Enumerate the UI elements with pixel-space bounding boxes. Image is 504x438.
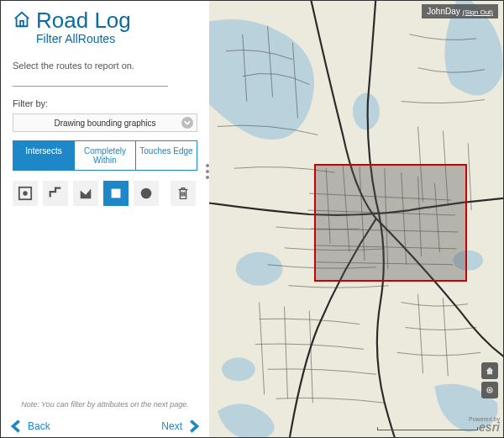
svg-point-2 (23, 191, 27, 195)
instruction-text: Select the routes to report on. (13, 61, 197, 71)
draw-circle-button[interactable] (134, 181, 159, 206)
map-canvas[interactable]: JohnDay (Sign Out) Powered by esri (209, 1, 503, 437)
next-label: Next (161, 420, 182, 432)
svg-point-8 (353, 93, 380, 130)
back-button[interactable]: Back (9, 419, 50, 434)
page-subtitle: Filter AllRoutes (36, 32, 197, 45)
delete-button[interactable] (171, 181, 196, 206)
panel-resize-handle[interactable] (206, 164, 209, 179)
home-icon[interactable] (13, 10, 31, 32)
svg-point-4 (141, 188, 152, 199)
user-name: JohnDay (427, 7, 459, 16)
filter-dropdown[interactable]: Drawing bounding graphics (13, 113, 197, 132)
filter-by-label: Filter by: (13, 98, 197, 108)
sign-out-link[interactable]: (Sign Out) (463, 8, 493, 16)
svg-rect-3 (112, 189, 121, 198)
svg-point-6 (236, 252, 283, 286)
note-text: Note: You can filter by attributes on th… (1, 400, 209, 409)
draw-polygon-button[interactable] (73, 181, 98, 206)
bounding-rectangle[interactable] (314, 164, 467, 282)
chevron-down-icon (181, 117, 193, 129)
tab-intersects[interactable]: Intersects (13, 141, 75, 170)
draw-polyline-button[interactable] (43, 181, 68, 206)
next-button[interactable]: Next (161, 419, 201, 434)
tab-completely-within[interactable]: Completely Within (75, 141, 136, 170)
scale-bar (377, 427, 478, 430)
page-title: Road Log (36, 8, 131, 34)
svg-rect-0 (20, 20, 24, 25)
draw-point-button[interactable] (13, 181, 38, 206)
draw-rectangle-button[interactable] (103, 181, 129, 206)
user-badge: JohnDay (Sign Out) (422, 4, 498, 18)
spatial-relation-tabs: Intersects Completely Within Touches Edg… (13, 140, 197, 171)
filter-dropdown-value: Drawing bounding graphics (54, 119, 155, 128)
sidebar-panel: Road Log Filter AllRoutes Select the rou… (1, 1, 209, 437)
back-label: Back (28, 420, 50, 432)
svg-point-11 (489, 389, 491, 391)
tab-touches-edge[interactable]: Touches Edge (136, 141, 197, 170)
svg-point-7 (222, 357, 255, 381)
input-underline[interactable] (13, 86, 168, 87)
map-home-button[interactable] (481, 362, 498, 379)
esri-logo: esri (479, 420, 500, 434)
draw-toolbar (13, 181, 197, 206)
map-locate-button[interactable] (481, 382, 498, 398)
